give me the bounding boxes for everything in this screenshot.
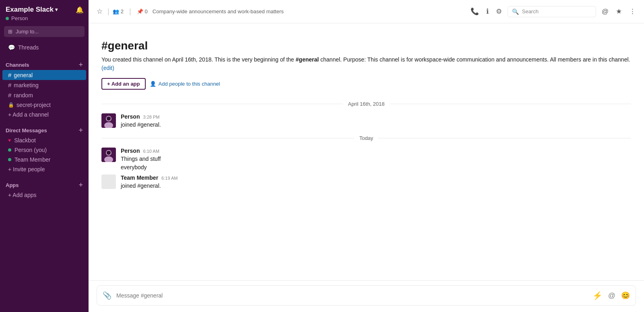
dm-person[interactable]: Person (you) [2,145,86,155]
dm-person-name: Person (you) [14,147,47,153]
threads-label: Threads [18,44,39,51]
workspace-name[interactable]: Example Slack ▾ [6,6,58,14]
dm-person-status-dot [8,148,11,152]
pins-icon: 📌 [137,8,143,14]
at-button[interactable]: @ [600,6,610,17]
members-count-item: 👥 2 [113,8,124,14]
intro-text-before: You created this channel on April 16th, … [101,56,296,63]
settings-button[interactable]: ⚙ [494,6,504,17]
user-status: Person [0,15,89,25]
search-icon: 🔍 [512,8,519,15]
svg-point-3 [107,117,111,121]
add-channel-link[interactable]: + Add a channel [2,110,86,119]
attachment-icon: 📎 [103,291,111,300]
message-row: Person 3:28 PM joined #general. [89,112,644,130]
chat-area: #general You created this channel on Apr… [89,23,644,280]
sidebar-item-random[interactable]: # random [2,90,86,100]
date-divider-today-text: Today [359,135,374,141]
invite-people-link[interactable]: + Invite people [2,164,86,174]
star-button[interactable]: ☆ [95,6,104,17]
add-apps-plus-button[interactable]: + [78,181,83,189]
emoji-button[interactable]: 😊 [620,290,631,301]
message-header-3: Team Member 6:19 AM [121,174,631,181]
message-time: 3:28 PM [143,115,159,119]
members-icon: 👥 [113,8,119,14]
add-people-button[interactable]: 👤 Add people to this channel [150,81,220,87]
channel-intro-title: #general [101,39,631,52]
message-input-area: 📎 ⚡ @ 😊 [89,280,644,312]
dm-slackbot[interactable]: ♥ Slackbot [2,135,86,145]
message-text-2: Things and stuffeverybody [121,155,631,171]
channel-description: Company-wide announcements and work-base… [153,8,284,14]
slackbot-heart-icon: ♥ [8,138,11,143]
add-people-label: Add people to this channel [159,81,220,87]
more-options-button[interactable]: ⋮ [627,6,638,17]
message-row: Person 6:10 AM Things and stuffeverybody [89,146,644,173]
pins-count: 0 [145,8,148,14]
message-text: joined #general. [121,121,631,129]
message-input-box: 📎 ⚡ @ 😊 [97,285,636,306]
hash-icon: # [8,72,11,78]
channels-section: Channels + [0,58,89,70]
message-text-3: joined #general. [121,182,631,190]
members-count: 2 [121,8,124,14]
add-people-icon: 👤 [150,81,156,87]
attachment-button[interactable]: 📎 [102,290,112,301]
add-dm-plus-button[interactable]: + [78,127,83,134]
channel-name-marketing: marketing [14,82,38,88]
message-content-3: Team Member 6:19 AM joined #general. [121,174,631,190]
jump-to-button[interactable]: ⊞ Jump to... [4,26,85,37]
hash-icon: # [8,92,11,99]
add-apps-link[interactable]: + Add apps [2,190,86,200]
invite-people-label: + Invite people [8,166,45,172]
info-button[interactable]: ℹ [485,6,490,17]
date-divider-april: April 16th, 2018 [89,96,644,112]
star-button-2[interactable]: ★ [614,6,623,17]
message-input[interactable] [116,292,588,299]
message-header: Person 3:28 PM [121,113,631,120]
channel-intro: #general You created this channel on Apr… [89,31,644,96]
jump-to-label: Jump to... [16,29,39,35]
workspace-chevron-icon: ▾ [55,7,58,12]
channel-name-general: general [14,72,33,78]
avatar-person-2 [101,148,116,162]
header-meta: 👥 2 | 📌 0 [113,7,148,16]
sidebar-item-threads[interactable]: 💬 Threads [2,42,86,53]
dm-team-member-status-dot [8,158,11,161]
message-author: Person [121,113,140,120]
lock-icon: 🔒 [8,102,14,108]
search-box[interactable]: 🔍 [508,6,596,17]
apps-section-label: Apps [6,182,19,188]
sidebar-item-general[interactable]: # general [2,70,86,80]
hash-icon: # [8,82,11,88]
search-input[interactable] [522,8,586,14]
emoji-icon: 😊 [621,291,630,300]
notification-bell-button[interactable]: 🔔 [76,6,84,14]
dm-team-member[interactable]: Team Member [2,155,86,164]
channel-header: ☆ | 👥 2 | 📌 0 Company-wide announcements… [89,0,644,23]
add-app-button[interactable]: + Add an app [101,78,146,90]
online-status-dot [6,17,9,20]
sidebar-item-secret-project[interactable]: 🔒 secret-project [2,100,86,110]
sidebar-item-marketing[interactable]: # marketing [2,80,86,90]
edit-link[interactable]: (edit) [101,65,114,71]
threads-icon: 💬 [8,44,15,51]
bolt-button[interactable]: ⚡ [592,290,603,301]
message-author-3: Team Member [121,174,158,181]
meta-divider: | [129,7,131,16]
svg-point-7 [107,151,111,155]
workspace-name-text: Example Slack [6,6,54,14]
date-divider-april-text: April 16th, 2018 [348,101,384,107]
at-mention-button[interactable]: @ [607,291,616,301]
channel-header-left: ☆ | 👥 2 | 📌 0 Company-wide announcements… [95,6,465,17]
date-divider-today: Today [89,130,644,146]
message-author-2: Person [121,148,140,154]
phone-button[interactable]: 📞 [469,6,481,17]
add-apps-label: + Add apps [8,192,36,198]
direct-messages-label: Direct Messages [6,127,47,133]
sidebar: Example Slack ▾ 🔔 Person ⊞ Jump to... 💬 … [0,0,89,312]
add-channel-plus-button[interactable]: + [78,61,83,68]
at-icon: @ [608,291,615,300]
direct-messages-section: Direct Messages + [0,123,89,135]
dm-slackbot-name: Slackbot [14,137,36,144]
